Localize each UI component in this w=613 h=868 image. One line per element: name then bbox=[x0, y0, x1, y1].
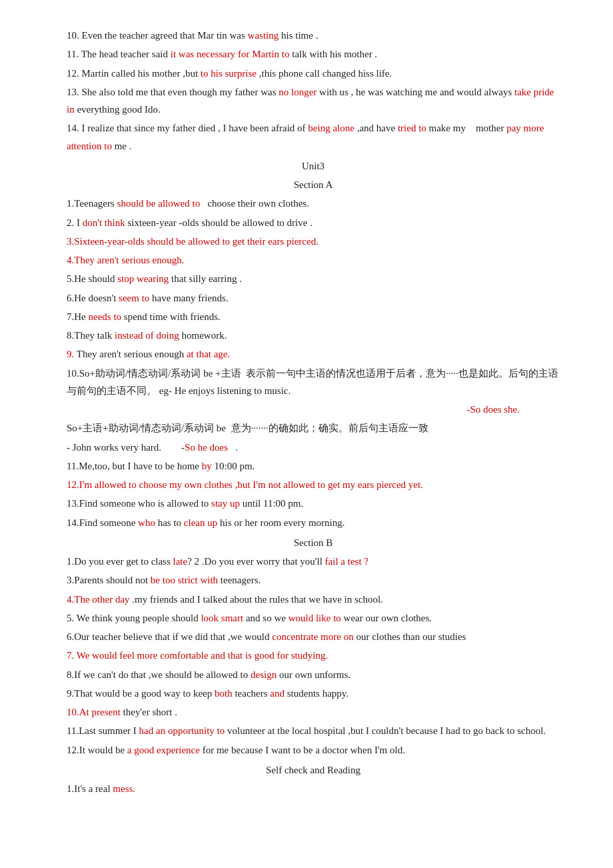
highlight-payattention: pay more attention to bbox=[67, 123, 544, 151]
sb-line-12: 12.It would be a good experience for me … bbox=[67, 741, 560, 759]
sb-line-9: 9.That would be a good way to keep both … bbox=[67, 685, 560, 702]
highlight-wasting: wasting bbox=[248, 30, 279, 41]
highlight-nolonger: no longer bbox=[279, 87, 316, 97]
highlight-opportunity: had an opportunity to bbox=[139, 725, 225, 736]
highlight-sohedoes: So he does bbox=[185, 442, 228, 453]
sa-line-6: 6.He doesn't seem to have many friends. bbox=[67, 289, 560, 307]
sb-line-3: 3.Parents should not be too strict with … bbox=[67, 571, 560, 589]
highlight-surprise: to his surprise bbox=[201, 68, 257, 79]
line-11: 11. The head teacher said it was necessa… bbox=[67, 45, 560, 63]
highlight-dontthink: don't think bbox=[83, 217, 125, 228]
sa-line-1: 1.Teenagers should be allowed to choose … bbox=[67, 195, 560, 212]
highlight-by: by bbox=[202, 461, 212, 471]
highlight-cleanup: clean up bbox=[184, 517, 217, 528]
highlight-toostrict: be too strict with bbox=[151, 575, 218, 585]
sa-line-8: 8.They talk instead of doing homework. bbox=[67, 327, 560, 344]
highlight-9: 9. bbox=[67, 349, 74, 359]
sb-line-11: 11.Last summer I had an opportunity to v… bbox=[67, 722, 560, 739]
sa-line-10-4: - John works very hard. -So he does . bbox=[67, 439, 560, 456]
highlight-failtest: fail a test ? bbox=[325, 556, 368, 567]
sa-line-12: 12.I'm allowed to choose my own clothes … bbox=[67, 476, 560, 493]
highlight-who: who bbox=[138, 517, 155, 528]
highlight-wouldlike: would like to bbox=[289, 613, 341, 623]
highlight-stopwearing: stop wearing bbox=[117, 273, 169, 284]
line-12: 12. Martin called his mother ,but to his… bbox=[67, 65, 560, 82]
sa-line-14: 14.Find someone who has to clean up his … bbox=[67, 514, 560, 531]
sa-line-3: 3.Sixteen-year-olds should be allowed to… bbox=[67, 233, 560, 250]
highlight-mess: mess. bbox=[113, 783, 135, 794]
sb-line-7: 7. We would feel more comfortable and th… bbox=[67, 647, 560, 664]
sb-line-8: 8.If we can't do that ,we should be allo… bbox=[67, 666, 560, 683]
sa-line-11: 11.Me,too, but I have to be home by 10:0… bbox=[67, 457, 560, 475]
sb-line-1: 1.Do you ever get to class late? 2 .Do y… bbox=[67, 553, 560, 570]
highlight-looksmart: look smart bbox=[201, 613, 243, 623]
sa-line-10-2: -So does she. bbox=[67, 401, 560, 418]
highlight-insteaddoing: instead of doing bbox=[115, 330, 179, 341]
sa-line-4: 4.They aren't serious enough. bbox=[67, 251, 560, 269]
sb-line-6: 6.Our teacher believe that if we did tha… bbox=[67, 628, 560, 645]
line-14: 14. I realize that since my father died … bbox=[67, 119, 560, 155]
sa-line-5: 5.He should stop wearing that silly earr… bbox=[67, 270, 560, 287]
sa-line-10-1: 10.So+助动词/情态动词/系动词 be +主语 表示前一句中主语的情况也适用… bbox=[67, 365, 560, 400]
highlight-7: 7. We would feel more comfortable and th… bbox=[67, 650, 328, 661]
sb-line-5: 5. We think young people should look sma… bbox=[67, 609, 560, 627]
highlight-needsto: needs to bbox=[89, 311, 122, 322]
highlight-stayup: stay up bbox=[211, 498, 240, 509]
highlight-12: 12.I'm allowed to choose my own clothes … bbox=[67, 479, 423, 490]
highlight-and: and bbox=[270, 688, 285, 699]
line-10: 10. Even the teacher agreed that Mar tin… bbox=[67, 27, 560, 44]
section-b-header: Section B bbox=[67, 534, 560, 551]
sa-line-2: 2. I don't think sixteen-year -olds shou… bbox=[67, 214, 560, 231]
sa-line-7: 7.He needs to spend time with friends. bbox=[67, 308, 560, 325]
sb-line-4: 4.The other day .my friends and I talked… bbox=[67, 591, 560, 608]
sa-line-10-3: So+主语+助动词/情态动词/系动词 be 意为·······的确如此；确实。前… bbox=[67, 419, 560, 437]
unit3-header: Unit3 bbox=[67, 157, 560, 175]
selfcheck-header: Self check and Reading bbox=[67, 761, 560, 779]
highlight-sodoesshe: -So does she. bbox=[466, 404, 520, 415]
highlight-both: both bbox=[215, 688, 233, 699]
section-a-header: Section A bbox=[67, 176, 560, 193]
highlight-design: design bbox=[251, 669, 277, 680]
highlight-seemto: seem to bbox=[119, 293, 149, 303]
sc-line-1: 1.It's a real mess. bbox=[67, 780, 560, 797]
highlight-necessary: it was necessary for Martin to bbox=[171, 49, 290, 59]
sb-line-10: 10.At present they'er short . bbox=[67, 703, 560, 721]
highlight-beingalone: being alone bbox=[308, 123, 354, 133]
highlight-atpresent: 10.At present bbox=[67, 707, 121, 717]
line-13: 13. She also told me that even though my… bbox=[67, 83, 560, 119]
highlight-triedto: tried to bbox=[398, 123, 426, 133]
highlight-line3start: 3.Sixteen-year-olds should be allowed to… bbox=[67, 236, 318, 247]
highlight-goodexp: a good experience bbox=[127, 745, 200, 755]
highlight-concentrate: concentrate more on bbox=[272, 631, 353, 642]
highlight-theotherday: 4.The other day bbox=[67, 594, 130, 605]
highlight-late: late bbox=[173, 556, 188, 567]
highlight-atthatage: at that age. bbox=[187, 349, 230, 359]
highlight-shouldbeallowed: should be allowed to bbox=[117, 198, 201, 209]
document-content: 10. Even the teacher agreed that Mar tin… bbox=[67, 27, 560, 797]
sa-line-9: 9. They aren't serious enough at that ag… bbox=[67, 345, 560, 363]
highlight-line4: 4.They aren't serious enough. bbox=[67, 255, 184, 265]
sa-line-13: 13.Find someone who is allowed to stay u… bbox=[67, 495, 560, 512]
